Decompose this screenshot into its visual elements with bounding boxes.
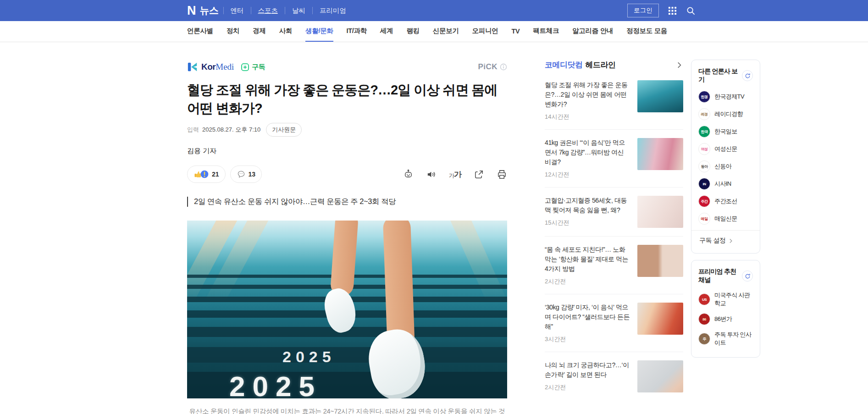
refresh-icon[interactable] [742,70,753,81]
other-press-title: 다른 언론사 보기 [698,67,742,84]
nav-newspaper[interactable]: 신문보기 [433,21,459,42]
headline-time: 12시간전 [545,171,631,179]
premium-channel-item[interactable]: 주 주독 투자 인사이트 [698,331,753,347]
chevron-right-icon [675,61,683,69]
article-subheading-block: 2일 연속 유산소 운동 쉬지 않아야…근력 운동은 주 2~3회 적당 [187,197,507,207]
subscribe-label: 구독 [252,63,265,72]
nav-world[interactable]: 세계 [380,21,393,42]
nav-opinion[interactable]: 오피니언 [472,21,498,42]
login-button[interactable]: 로그인 [627,4,659,17]
headline-item[interactable]: 고혈압·고지혈증 56세女, 대동맥 찢어져 목숨 잃을 뻔, 왜? 15시간전 [545,188,683,237]
headline-press-name: 코메디닷컴 [545,60,583,70]
premium-channel-box: 프리미엄 추천 채널 US 미국주식 사관학교 86 86번가 주 주독 투자 … [691,260,760,358]
nav-press[interactable]: 언론사별 [187,21,213,42]
info-icon[interactable] [500,63,507,71]
press-item[interactable]: 레경 레이디경향 [698,108,753,120]
ai-summary-bot-icon[interactable] [403,169,414,180]
headline-item[interactable]: ‘30kg 감량’ 미자, ‘이 음식’ 먹으며 다이어트? “샐러드보다 든든… [545,294,683,352]
subscribe-button[interactable]: 구독 [241,63,265,72]
press-name: 레이디경향 [714,110,743,118]
press-logo: 동아 [698,160,710,172]
nav-tv[interactable]: TV [511,21,520,42]
nav-life-culture[interactable]: 생활/문화 [305,21,333,42]
press-name-medi: Medi [216,62,234,72]
press-logo-kormedi[interactable]: KorMedi [187,61,234,72]
nav-corrections[interactable]: 정정보도 모음 [626,21,667,42]
press-logo: 여성 [698,143,710,155]
refresh-icon[interactable] [742,270,753,282]
headline-item[interactable]: 41kg 권은비 “‘이 음식’만 먹으면서 7kg 감량”…워터밤 여신 비결… [545,130,683,188]
headline-item[interactable]: “몸 속 세포도 지친다!”… 노화 막는 ‘항산화 물질’ 제대로 먹는 4가… [545,237,683,294]
apps-grid-icon[interactable] [668,6,677,15]
topbar-item-weather[interactable]: 날씨 [292,6,305,15]
press-item[interactable]: 동아 신동아 [698,160,753,172]
nav-politics[interactable]: 정치 [227,21,239,42]
like-count: 21 [212,171,219,178]
kormedi-icon [187,61,198,72]
press-item[interactable]: 한경 한국경제TV [698,91,753,103]
headline-section-header[interactable]: 코메디닷컴 헤드라인 [545,60,683,70]
channel-logo: US [698,293,710,305]
listen-speaker-icon[interactable] [426,169,437,180]
headline-time: 2시간전 [545,383,631,392]
topbar: N 뉴스 엔터 스포츠 날씨 프리미엄 로그인 [0,0,868,21]
topbar-item-premium[interactable]: 프리미엄 [320,6,346,15]
press-item[interactable]: 매일 매일신문 [698,213,753,225]
premium-channel-item[interactable]: 86 86번가 [698,313,753,325]
headline-time: 15시간전 [545,219,631,227]
font-size-button[interactable]: 가가 [449,169,461,180]
article-image[interactable]: 2025 2025 [187,221,507,398]
press-logo: 레경 [698,108,710,120]
press-logo: 한국 [698,126,710,138]
press-logo: 주간 [698,195,710,207]
comment-button[interactable]: 13 [230,166,262,183]
premium-channel-item[interactable]: US 미국주식 사관학교 [698,291,753,308]
headline-sidebar: 코메디닷컴 헤드라인 혈당 조절 위해 가장 좋은 운동은?…2일 이상 쉬면 … [545,60,683,414]
right-sidebar: 다른 언론사 보기 한경 한국경제TV 레경 레이디경향 한국 한국일보 여성 … [691,60,760,414]
topbar-item-sports[interactable]: 스포츠 [258,6,278,15]
subheading-bar [187,197,188,207]
headline-thumbnail [637,196,683,228]
headline-title: “몸 속 세포도 지친다!”… 노화 막는 ‘항산화 물질’ 제대로 먹는 4가… [545,245,631,274]
reporter-name[interactable]: 김용 기자 [187,147,507,155]
press-item[interactable]: 주간 주간조선 [698,195,753,207]
nav-algorithm-guide[interactable]: 알고리즘 안내 [572,21,613,42]
article-subheading: 2일 연속 유산소 운동 쉬지 않아야…근력 운동은 주 2~3회 적당 [194,197,396,207]
nav-it-science[interactable]: IT/과학 [347,21,367,42]
print-icon[interactable] [497,169,507,180]
press-item[interactable]: 여성 여성신문 [698,143,753,155]
chevron-right-icon [728,238,734,244]
share-icon[interactable] [474,169,484,180]
naver-news-logo[interactable]: N 뉴스 [187,4,219,17]
other-press-box: 다른 언론사 보기 한경 한국경제TV 레경 레이디경향 한국 한국일보 여성 … [691,60,760,254]
comment-bubble-icon [237,170,246,179]
headline-thumbnail [637,80,683,112]
headline-title: 나의 뇌 크기 궁금하다고?…‘이 손가락’ 길이 보면 된다 [545,360,631,380]
headline-thumbnail [637,303,683,335]
like-button[interactable]: 21 [187,166,226,183]
nav-society[interactable]: 사회 [279,21,292,42]
subscribe-settings-link[interactable]: 구독 설정 [698,231,753,251]
press-item[interactable]: 한국 한국일보 [698,126,753,138]
news-service-label: 뉴스 [200,4,219,17]
nav-factcheck[interactable]: 팩트체크 [533,21,559,42]
headline-title: ‘30kg 감량’ 미자, ‘이 음식’ 먹으며 다이어트? “샐러드보다 든든… [545,303,631,331]
topbar-item-enter[interactable]: 엔터 [231,6,244,15]
nav-economy[interactable]: 경제 [253,21,265,42]
search-icon[interactable] [686,6,696,16]
press-name: 여성신문 [714,145,737,153]
nav-ranking[interactable]: 랭킹 [406,21,419,42]
headline-item[interactable]: 혈당 조절 위해 가장 좋은 운동은?…2일 이상 쉬면 몸에 어떤 변화가? … [545,72,683,130]
article-datetime: 2025.08.27. 오후 7:10 [202,126,260,134]
font-size-large-label: 가 [454,169,461,180]
font-size-small-label: 가 [449,172,454,180]
article-title: 혈당 조절 위해 가장 좋은 운동은?…2일 이상 쉬면 몸에 어떤 변화가? [187,81,507,117]
image-caption: 유산소 운동이 인슐린 민감성에 미치는 효과는 24~72시간 지속된다. 따… [187,406,507,414]
topbar-menu: 엔터 스포츠 날씨 프리미엄 [223,6,354,15]
press-item[interactable]: iN 시사IN [698,178,753,190]
press-name: 한국일보 [714,127,737,136]
headline-item[interactable]: 나의 뇌 크기 궁금하다고?…‘이 손가락’ 길이 보면 된다 2시간전 [545,352,683,401]
original-article-button[interactable]: 기사원문 [266,123,302,137]
subscribe-settings-label: 구독 설정 [699,237,725,245]
channel-name: 주독 투자 인사이트 [714,331,753,347]
